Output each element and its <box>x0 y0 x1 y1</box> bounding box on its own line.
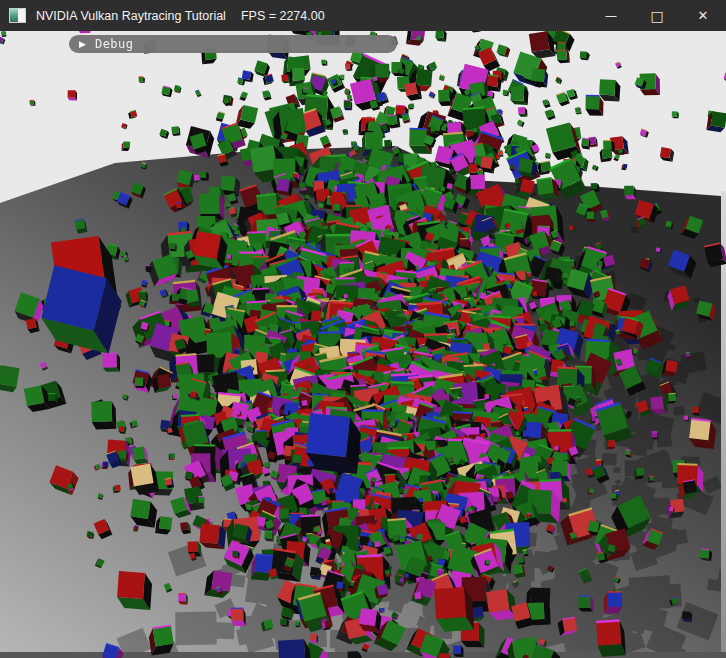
maximize-button[interactable]: □ <box>634 0 680 31</box>
debug-header-label: Debug <box>95 37 134 52</box>
window-title: NVIDIA Vulkan Raytracing Tutorial <box>36 9 226 23</box>
fps-counter: FPS = 2274.00 <box>241 9 325 23</box>
collapse-arrow-icon: ▶ <box>79 40 86 49</box>
app-icon-art <box>10 9 18 22</box>
close-button[interactable]: ✕ <box>680 0 726 31</box>
title-bar[interactable]: NVIDIA Vulkan Raytracing Tutorial FPS = … <box>0 0 726 31</box>
render-viewport: ▶ Debug <box>0 31 726 658</box>
minimize-icon: — <box>605 9 617 23</box>
debug-collapsing-header[interactable]: ▶ Debug <box>69 35 397 53</box>
app-window: NVIDIA Vulkan Raytracing Tutorial FPS = … <box>0 0 726 658</box>
minimize-button[interactable]: — <box>588 0 634 31</box>
window-controls: — □ ✕ <box>588 0 726 31</box>
maximize-icon: □ <box>650 8 663 24</box>
app-icon[interactable] <box>9 8 26 23</box>
close-icon: ✕ <box>698 8 709 23</box>
viewport-canvas[interactable] <box>0 31 726 658</box>
